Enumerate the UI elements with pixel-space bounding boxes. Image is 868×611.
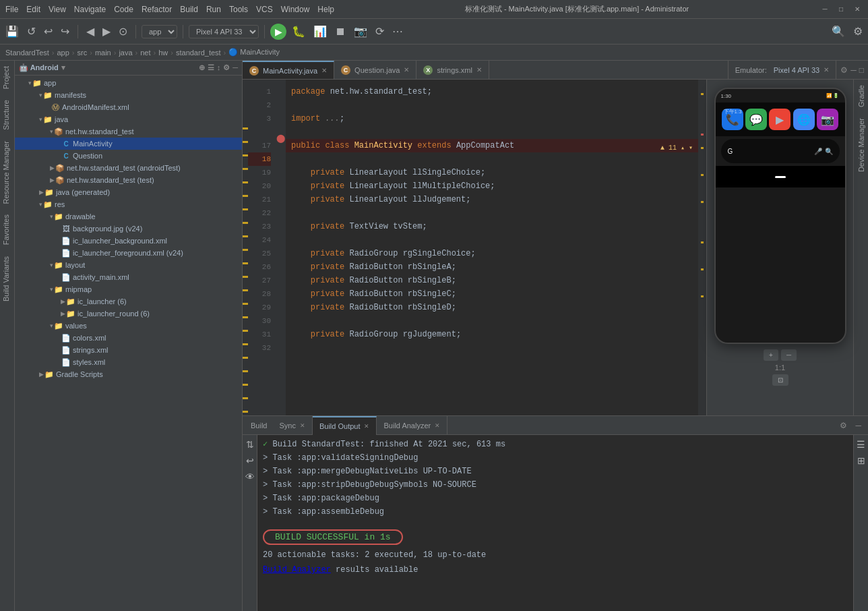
close-output-tab-icon[interactable]: ✕ [364,423,369,430]
tree-item-res[interactable]: ▾ 📁 res [15,198,242,210]
tree-item-androidmanifest[interactable]: Ⓜ AndroidManifest.xml [15,101,242,113]
toolbar-forward-button[interactable]: ▶ [100,24,113,39]
menu-run[interactable]: Run [206,5,221,14]
tree-item-ic-launcher-round[interactable]: ▶ 📁 ic_launcher_round (6) [15,308,242,320]
tree-item-colors-xml[interactable]: 📄 colors.xml [15,332,242,344]
emu-zoom-in[interactable]: + [764,349,778,361]
gear-icon[interactable]: ⚙ [223,63,230,72]
tree-item-mainactivity[interactable]: C MainActivity [15,138,242,150]
debug-button[interactable]: 🐛 [289,24,308,39]
tab-build-variants[interactable]: Build Variants [0,251,14,307]
code-content[interactable]: package net.hw.standard_test; import ...… [286,80,698,415]
tree-item-java-generated[interactable]: ▶ 📁 java (generated) [15,186,242,198]
tab-question[interactable]: C Question.java ✕ [334,61,416,79]
menu-help[interactable]: Help [317,5,334,14]
menu-vcs[interactable]: VCS [256,5,273,14]
eye-icon[interactable]: 👁 [244,470,256,484]
breadcrumb-net[interactable]: net [140,49,150,57]
menu-tools[interactable]: Tools [229,5,248,14]
menu-code[interactable]: Code [114,5,133,14]
stop-button[interactable]: ⏹ [332,24,348,39]
bottom-tab-sync[interactable]: Sync ✕ [272,416,312,435]
gear-icon[interactable]: ⚙ [840,65,848,75]
tree-item-manifests[interactable]: ▾ 📁 manifests [15,89,242,101]
close-tab-icon[interactable]: ✕ [476,66,482,74]
tree-item-java[interactable]: ▾ 📁 java [15,113,242,125]
breadcrumb-main[interactable]: main [95,49,111,57]
phone-navbar[interactable] [716,166,845,187]
tab-project[interactable]: Project [0,61,14,94]
toolbar-sync-button[interactable]: ↺ [24,24,38,39]
tree-item-ic-launcher-fg[interactable]: 📄 ic_launcher_foreground.xml (v24) [15,247,242,259]
gear-icon[interactable]: ⚙ [836,421,851,430]
toolbar-undo-button[interactable]: ↩ [41,24,55,39]
tree-item-package-main[interactable]: ▾ 📦 net.hw.standard_test [15,125,242,138]
tree-item-question[interactable]: C Question [15,150,242,162]
minimize-button[interactable]: ─ [819,4,830,15]
menu-refactor[interactable]: Refactor [142,5,172,14]
tree-item-values[interactable]: ▾ 📁 values [15,320,242,332]
tab-strings[interactable]: X strings.xml ✕ [416,61,489,79]
bottom-tab-build-output[interactable]: Build Output ✕ [313,416,377,435]
minimize-panel-icon[interactable]: ─ [851,421,865,430]
close-tab-icon[interactable]: ✕ [404,66,409,74]
tab-structure[interactable]: Structure [0,94,14,136]
tree-item-styles-xml[interactable]: 📄 styles.xml [15,356,242,368]
tree-item-test[interactable]: ▶ 📦 net.hw.standard_test (test) [15,174,242,186]
breadcrumb-hw[interactable]: hw [158,49,168,57]
minimize-icon[interactable]: ─ [850,65,857,75]
device-dropdown[interactable]: Pixel 4 API 33 [189,25,259,38]
tab-device-manager[interactable]: Device Manager [855,113,867,177]
breadcrumb-src[interactable]: src [78,49,88,57]
toolbar-redo-button[interactable]: ↪ [58,24,72,39]
tree-item-ic-launcher[interactable]: ▶ 📁 ic_launcher (6) [15,295,242,308]
app-config-dropdown[interactable]: app [142,25,177,38]
build-analyzer-link[interactable]: Build Analyzer [263,565,331,575]
maximize-button[interactable]: □ [836,4,846,15]
phone-search-bar[interactable]: G 🎤 🔍 [721,139,840,163]
more-button[interactable]: ⋯ [390,24,406,39]
tab-resource-manager[interactable]: Resource Manager [0,136,14,210]
menu-window[interactable]: Window [281,5,310,14]
menu-bar[interactable]: File Edit View Navigate Code Refactor Bu… [5,5,334,14]
close-button[interactable]: ✕ [852,4,863,15]
tree-item-layout[interactable]: ▾ 📁 layout [15,259,242,271]
menu-navigate[interactable]: Navigate [74,5,106,14]
list-icon[interactable]: ☰ [208,63,214,72]
expand-all-icon[interactable]: ⊞ [856,454,867,467]
sort-icon[interactable]: ↕ [217,63,221,72]
camera-button[interactable]: 📷 [351,24,370,39]
tree-item-ic-launcher-bg[interactable]: 📄 ic_launcher_background.xml [15,235,242,247]
menu-build[interactable]: Build [180,5,198,14]
close-sync-tab-icon[interactable]: ✕ [300,422,305,429]
tree-item-background-jpg[interactable]: 🖼 background.jpg (v24) [15,223,242,235]
menu-edit[interactable]: Edit [26,5,40,14]
run-button[interactable]: ▶ [270,24,286,40]
tree-item-activity-main[interactable]: 📄 activity_main.xml [15,271,242,283]
tab-favorites[interactable]: Favorites [0,209,14,250]
tree-item-drawable[interactable]: ▾ 📁 drawable [15,210,242,223]
menu-view[interactable]: View [49,5,66,14]
close-analyzer-tab-icon[interactable]: ✕ [435,422,440,429]
android-dropdown-icon[interactable]: ▾ [61,63,65,72]
menu-file[interactable]: File [5,5,18,14]
add-icon[interactable]: ⊕ [199,63,205,72]
emulator-tab[interactable]: Emulator: Pixel 4 API 33 ✕ [728,61,837,79]
tree-item-app[interactable]: ▾ 📁 app [15,77,242,89]
search-button[interactable]: 🔍 [829,24,848,39]
list-view-icon[interactable]: ☰ [855,438,867,451]
close-tab-icon[interactable]: ✕ [321,67,327,74]
expand-icon[interactable]: □ [859,65,864,75]
toolbar-back-button[interactable]: ◀ [84,24,97,39]
profile-button[interactable]: 📊 [311,24,330,39]
bottom-tab-analyzer[interactable]: Build Analyzer ✕ [377,416,447,435]
tree-item-mipmap[interactable]: ▾ 📁 mipmap [15,283,242,295]
filter-icon[interactable]: ⇅ [245,438,255,451]
breadcrumb-package[interactable]: standard_test [176,49,221,57]
refresh-button[interactable]: ⟳ [373,24,387,39]
breadcrumb-java[interactable]: java [119,49,132,57]
breadcrumb-mainactivity[interactable]: 🔵 MainActivity [228,48,280,57]
settings-button[interactable]: ⚙ [850,24,865,39]
tab-gradle[interactable]: Gradle [855,80,867,113]
toolbar-recent-button[interactable]: ⊙ [116,24,130,39]
